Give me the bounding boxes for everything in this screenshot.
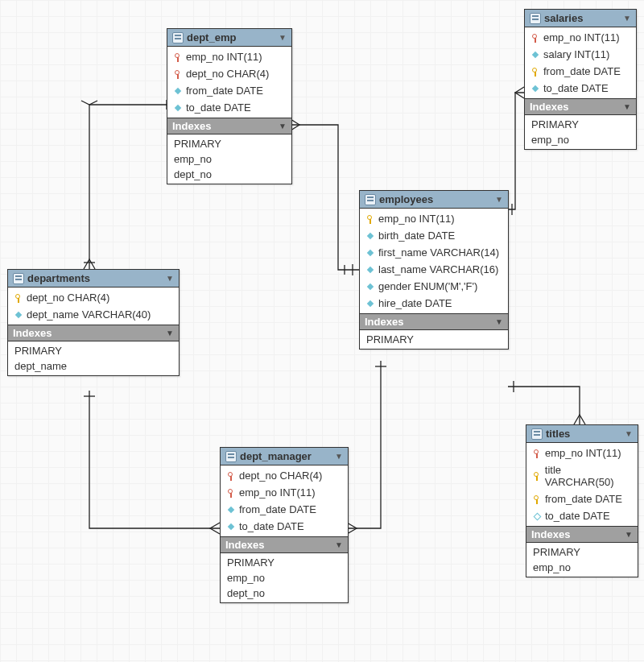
column-row[interactable]: title VARCHAR(50) [526,461,638,490]
table-name: salaries [544,12,583,24]
column-row[interactable]: from_date DATE [525,63,636,80]
index-list: PRIMARY emp_no [525,115,636,149]
column-row[interactable]: gender ENUM('M','F') [360,278,508,295]
index-row[interactable]: PRIMARY [221,555,348,570]
column-row[interactable]: emp_no INT(11) [167,48,291,65]
column-row[interactable]: from_date DATE [221,501,348,518]
column-row[interactable]: dept_no CHAR(4) [8,289,179,306]
column-text: last_name VARCHAR(16) [378,263,498,275]
column-row[interactable]: to_date DATE [525,80,636,97]
column-row[interactable]: from_date DATE [167,82,291,99]
collapse-icon[interactable]: ▼ [623,102,631,111]
indexes-header[interactable]: Indexes▼ [525,98,636,115]
table-header[interactable]: dept_emp ▼ [167,29,291,47]
pk-key-icon [14,292,23,304]
collapse-icon[interactable]: ▼ [623,14,631,23]
column-row[interactable]: salary INT(11) [525,46,636,63]
indexes-label: Indexes [172,120,211,132]
table-header[interactable]: dept_manager ▼ [221,448,348,465]
indexes-header[interactable]: Indexes▼ [526,526,638,543]
attr-icon [174,85,182,97]
column-row[interactable]: from_date DATE [526,490,638,507]
table-header[interactable]: departments ▼ [8,270,179,288]
column-list: emp_no INT(11) birth_date DATE first_nam… [360,209,508,313]
column-row[interactable]: first_name VARCHAR(14) [360,244,508,261]
index-row[interactable]: PRIMARY [525,117,636,132]
indexes-header[interactable]: Indexes▼ [360,313,508,330]
column-text: to_date DATE [239,520,304,532]
column-text: emp_no INT(11) [186,51,262,63]
index-row[interactable]: PRIMARY [8,343,179,358]
column-text: hire_date DATE [378,297,452,309]
column-text: dept_no CHAR(4) [186,68,269,80]
index-row[interactable]: emp_no [167,151,291,167]
collapse-icon[interactable]: ▼ [335,540,343,549]
fk-key-icon [174,68,182,80]
column-row[interactable]: dept_name VARCHAR(40) [8,306,179,323]
column-row[interactable]: last_name VARCHAR(16) [360,261,508,278]
column-row[interactable]: emp_no INT(11) [526,445,638,461]
column-text: from_date DATE [545,493,622,505]
collapse-icon[interactable]: ▼ [279,122,287,130]
index-row[interactable]: emp_no [221,570,348,585]
pk-key-icon [533,494,541,505]
collapse-icon[interactable]: ▼ [495,317,503,326]
index-row[interactable]: PRIMARY [526,544,638,560]
indexes-label: Indexes [225,539,264,551]
fk-key-icon [174,52,182,63]
column-row[interactable]: hire_date DATE [360,295,508,312]
table-icon [172,32,184,43]
column-text: to_date DATE [186,101,251,114]
pk-key-icon [533,470,541,482]
attr-icon [366,264,374,275]
index-row[interactable]: dept_no [221,585,348,601]
column-row[interactable]: emp_no INT(11) [221,484,348,501]
column-row[interactable]: dept_no CHAR(4) [167,65,291,82]
column-row[interactable]: emp_no INT(11) [525,29,636,46]
index-list: PRIMARY emp_no dept_no [167,134,291,184]
column-text: gender ENUM('M','F') [378,280,477,292]
column-row[interactable]: dept_no CHAR(4) [221,467,348,484]
index-row[interactable]: dept_name [8,358,179,374]
column-row[interactable]: to_date DATE [526,507,638,524]
fk-key-icon [533,448,541,459]
attr-icon [531,83,539,94]
collapse-icon[interactable]: ▼ [279,33,287,42]
collapse-icon[interactable]: ▼ [625,530,633,539]
table-header[interactable]: salaries ▼ [525,10,636,27]
collapse-icon[interactable]: ▼ [335,452,343,461]
index-row[interactable]: emp_no [525,132,636,147]
table-icon [531,428,543,440]
index-row[interactable]: PRIMARY [167,136,291,151]
table-titles[interactable]: titles ▼ emp_no INT(11) title VARCHAR(50… [526,424,638,577]
column-text: from_date DATE [186,85,263,97]
column-text: salary INT(11) [543,48,609,60]
index-row[interactable]: emp_no [526,560,638,575]
nullable-attr-icon [533,511,541,522]
column-row[interactable]: birth_date DATE [360,227,508,244]
collapse-icon[interactable]: ▼ [166,274,174,283]
collapse-icon[interactable]: ▼ [495,195,503,204]
table-dept-emp[interactable]: dept_emp ▼ emp_no INT(11) dept_no CHAR(4… [167,28,292,184]
indexes-header[interactable]: Indexes▼ [167,118,291,134]
column-row[interactable]: to_date DATE [167,99,291,116]
column-row[interactable]: to_date DATE [221,518,348,535]
collapse-icon[interactable]: ▼ [625,429,633,438]
indexes-label: Indexes [530,101,568,113]
table-dept-manager[interactable]: dept_manager ▼ dept_no CHAR(4) emp_no IN… [220,447,349,603]
table-employees[interactable]: employees ▼ emp_no INT(11) birth_date DA… [359,190,509,350]
attr-icon [531,49,539,60]
table-header[interactable]: titles ▼ [526,425,638,443]
index-row[interactable]: PRIMARY [360,332,508,347]
indexes-header[interactable]: Indexes▼ [8,325,179,341]
table-salaries[interactable]: salaries ▼ emp_no INT(11) salary INT(11)… [524,9,637,150]
table-departments[interactable]: departments ▼ dept_no CHAR(4) dept_name … [7,269,180,376]
indexes-header[interactable]: Indexes▼ [221,536,348,553]
collapse-icon[interactable]: ▼ [166,329,174,337]
column-text: to_date DATE [545,510,610,522]
table-header[interactable]: employees ▼ [360,191,508,209]
column-list: emp_no INT(11) salary INT(11) from_date … [525,27,636,98]
index-row[interactable]: dept_no [167,167,291,182]
attr-icon [227,504,235,515]
column-row[interactable]: emp_no INT(11) [360,210,508,227]
